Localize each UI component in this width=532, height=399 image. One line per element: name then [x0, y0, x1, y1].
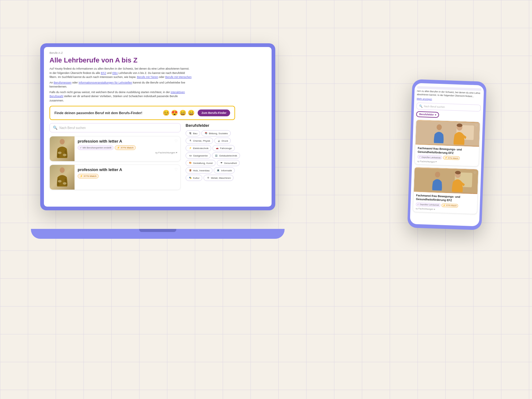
svg-point-4: [58, 180, 62, 182]
card-image-1: [50, 136, 75, 161]
profession-card-1[interactable]: ♡ profession with letter A ✓ Mit Berufse…: [49, 136, 181, 161]
phone-badge-lehrbetrieb-1: ✓ Geprüfter Lehrbetrieb: [417, 155, 442, 160]
berufsfeld-druck[interactable]: 🖨 Druck: [214, 138, 231, 144]
laptop-base: [31, 229, 285, 239]
phone-card-img-inner-1: [415, 120, 480, 147]
phone-badge-match-2: ⚡ XY% Match: [441, 203, 458, 208]
menschen-link[interactable]: Berufe mit Menschen: [165, 75, 191, 79]
phone-badge-lehrbetrieb-2: ✓ Geprüfter Lehrbetrieb: [416, 202, 441, 207]
berufsfeld-metall[interactable]: ⚙ Metall, Maschinen: [204, 175, 234, 181]
search-icon: 🔍: [53, 126, 58, 130]
gestaltung-icon: 🎨: [188, 161, 192, 165]
phone-card-body-2: Fachmann/-frau Bewegungs- und Gesundheit…: [413, 192, 478, 214]
fahrzeuge-icon: 🚗: [215, 146, 219, 150]
phone-search-icon: 🔍: [419, 105, 423, 108]
efz-link[interactable]: EFZ: [101, 71, 106, 75]
finder-button[interactable]: Zum Berufs-Finder: [198, 109, 230, 116]
berufsfelder-title: Berufsfelder: [186, 123, 235, 128]
profession-card-2[interactable]: ♡ profession with letter A ⚡ XY% Match: [49, 165, 181, 190]
card-image-2: [50, 165, 75, 190]
teacher-illustration-1: [415, 120, 480, 147]
card-footer-1: xy Fachrichtungen ▾: [78, 151, 177, 154]
berufsfeld-gesundheit[interactable]: ❤ Gesundheit: [217, 160, 240, 166]
phone-card-1[interactable]: ♡ Fachmann/-frau Bewegungs- und Gesundhe…: [414, 119, 480, 167]
berufsfeld-informatik[interactable]: 💻 Informatik: [214, 167, 235, 174]
phone-search-box[interactable]: 🔍 Nach Beruf suchen: [416, 102, 481, 111]
holz-icon: 🪵: [188, 169, 192, 172]
chevron-icon: ▾: [435, 161, 437, 163]
berufsfeld-bildung[interactable]: 📚 Bildung, Soziales: [201, 130, 230, 136]
druck-icon: 🖨: [217, 139, 221, 143]
phone-card-2[interactable]: ♡ Fachmann/-frau Bewegungs- und Gesundhe…: [413, 167, 478, 214]
phone-fachrichtungen-2[interactable]: xy Fachrichtungen ▾: [416, 207, 474, 212]
eba-link[interactable]: EBA: [112, 71, 118, 75]
berufsfeld-holz[interactable]: 🪵 Holz, Innenbau: [186, 167, 212, 174]
left-column: 🔍 Nach Beruf suchen: [49, 123, 181, 193]
svg-point-2: [63, 154, 66, 156]
phone-card-image-2: ♡: [414, 167, 478, 194]
gebaeude-icon: 🏢: [215, 154, 218, 157]
search-box[interactable]: 🔍 Nach Beruf suchen: [49, 123, 181, 132]
chemie-icon: ⚗: [188, 139, 192, 143]
check-circle-icon: ✓: [419, 156, 421, 158]
phone-fachrichtungen-1[interactable]: xy Fachrichtungen ▾: [417, 160, 476, 165]
berufsfeld-gebaeude[interactable]: 🏢 Gebäudetechnik: [212, 152, 240, 159]
phone-content: nen zu allen Berufen in der Schweiz, bei…: [410, 83, 484, 226]
search-placeholder: Nach Beruf suchen: [59, 126, 86, 130]
card-title-1: profession with letter A: [78, 139, 177, 144]
heart-icon-1[interactable]: ♡: [174, 139, 178, 143]
infoveranstaltungen-link[interactable]: Informationsveranstaltungen für Lehrstel…: [79, 81, 132, 84]
berufsfelder-grid: 🏗 Bau 📚 Bildung, Soziales ⚗: [186, 130, 235, 181]
phone-card-body-1: Fachmann/-frau Bewegungs- und Gesundheit…: [415, 144, 479, 166]
phone-heart-icon-2[interactable]: ♡: [474, 171, 476, 174]
phone-mehr-anzeigen[interactable]: Mehr anzeigen: [417, 97, 481, 102]
finder-banner-text: Finde deinen passenden Beruf mit dem Ber…: [54, 111, 160, 115]
right-column: Berufsfelder 🏗 Bau 📚 Bildung, Soziales: [186, 123, 235, 193]
card-content-2: ♡ profession with letter A ⚡ XY% Match: [75, 165, 180, 190]
phone-berufsfelder-button[interactable]: Berufsfelder ▾: [416, 111, 439, 118]
berufsfelder-row-1: 🏗 Bau 📚 Bildung, Soziales: [186, 130, 235, 136]
berufswahl-link[interactable]: interaktiven Berufswahl: [49, 91, 185, 98]
match-icon-2: ⚡: [80, 175, 83, 178]
check-circle-icon-2: ✓: [417, 203, 419, 206]
check-icon: ✓: [80, 146, 82, 149]
card-image-inner-1: [50, 136, 75, 161]
laptop-body: Berufe A-Z Alle Lehrberufe von A bis Z A…: [40, 43, 275, 210]
screen-content: Berufe A-Z Alle Lehrberufe von A bis Z A…: [44, 47, 272, 207]
phone-description: nen zu allen Berufen in der Schweiz, bei…: [417, 89, 482, 98]
phone-badges-2: ✓ Geprüfter Lehrbetrieb ⚡ XY% Match: [416, 202, 474, 208]
heart-icon-2[interactable]: ♡: [174, 167, 178, 172]
card-content-1: ♡ profession with letter A ✓ Mit Berufse…: [75, 136, 180, 161]
berufsfeld-fahrzeuge[interactable]: 🚗 Fahrzeuge: [212, 145, 234, 151]
teacher-illustration-2: [414, 167, 478, 194]
berufsfeld-chemie[interactable]: ⚗ Chemie, Physik: [186, 138, 213, 144]
phone-screen: nen zu allen Berufen in der Schweiz, bei…: [410, 83, 484, 226]
berufsfeld-gastgewerbe[interactable]: 🍽 Gastgewerbe: [186, 152, 211, 159]
bildung-icon: 📚: [204, 131, 208, 135]
laptop-screen: Berufe A-Z Alle Lehrberufe von A bis Z A…: [44, 47, 272, 207]
match-icon: ⚡: [117, 146, 120, 149]
berufsfeld-bau[interactable]: 🏗 Bau: [186, 130, 200, 136]
card-title-2: profession with letter A: [78, 167, 177, 172]
metall-icon: ⚙: [206, 176, 210, 180]
svg-point-0: [60, 139, 65, 144]
gesundheit-icon: ❤: [220, 161, 223, 165]
card-badges-2: ⚡ XY% Match: [78, 174, 177, 178]
svg-point-3: [60, 167, 65, 173]
finder-emojis: 😊 😍 😄 😀: [163, 109, 195, 116]
berufsfeld-kultur[interactable]: 🎭 Kultur: [186, 175, 202, 181]
berufsfelder-row-6: 🪵 Holz, Innenbau 💻 Informatik: [186, 167, 235, 174]
berufsmessen-link[interactable]: Berufsmessen: [54, 81, 72, 84]
description2-text: An Berufsmessen oder Informationsveranst…: [49, 81, 192, 89]
tieren-link[interactable]: Berufe mit Tieren: [137, 75, 158, 79]
berufsfeld-gestaltung[interactable]: 🎨 Gestaltung, Kunst: [186, 160, 216, 166]
chevron-icon-2: ▾: [434, 208, 435, 210]
berufsfeld-elektro[interactable]: ⚡ Elektrotechnik: [186, 145, 211, 151]
phone-heart-icon-1[interactable]: ♡: [475, 124, 478, 127]
kultur-icon: 🎭: [188, 176, 192, 180]
fachrichtungen-link-1[interactable]: xy Fachrichtungen ▾: [155, 151, 177, 154]
phone-card-image-1: ♡: [415, 120, 480, 147]
laptop-device: Berufe A-Z Alle Lehrberufe von A bis Z A…: [40, 43, 275, 229]
bau-icon: 🏗: [188, 131, 192, 135]
svg-point-5: [63, 182, 66, 185]
